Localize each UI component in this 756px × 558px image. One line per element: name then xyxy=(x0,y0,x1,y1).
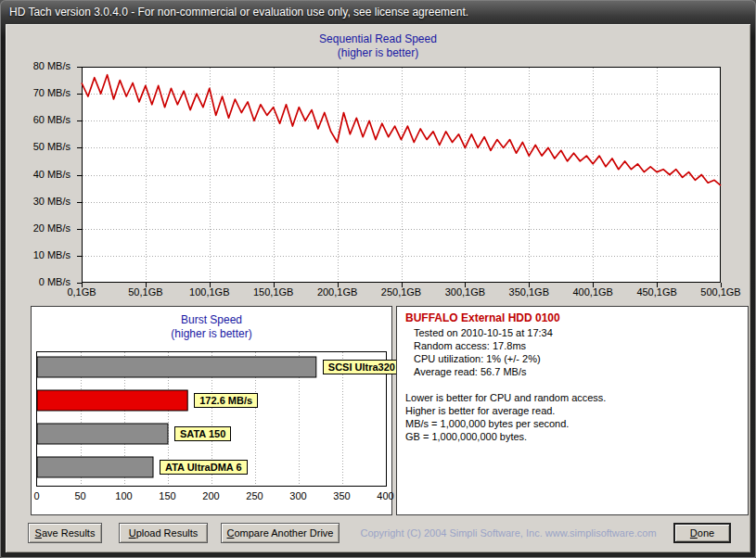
y-axis-label: 80 MB/s xyxy=(9,60,70,71)
bar-value-label: SATA 150 xyxy=(174,426,231,441)
window-title: HD Tach version 3.0.4.0 - For non-commer… xyxy=(9,6,468,19)
x-axis-label: 150,1GB xyxy=(246,286,301,298)
burst-bar xyxy=(37,357,316,377)
info-line-tested: Tested on 2010-10-15 at 17:34 xyxy=(405,326,739,339)
plot-area xyxy=(83,68,721,283)
info-line-note-2: Higher is better for average read. xyxy=(405,404,739,417)
info-line-blank xyxy=(405,378,739,391)
x-axis-label: 100,1GB xyxy=(182,286,237,298)
burst-speed-panel: Burst Speed (higher is better) SCSI Ultr… xyxy=(31,306,392,515)
burst-axis-label: 100 xyxy=(106,490,143,501)
y-axis-label: 10 MB/s xyxy=(9,249,70,260)
sequential-chart-title: Sequential Read Speed xyxy=(6,32,750,45)
burst-axis-label: 150 xyxy=(149,490,186,501)
x-axis-label: 350,1GB xyxy=(501,286,557,298)
save-results-button[interactable]: Save Results xyxy=(28,523,102,543)
burst-axis-label: 50 xyxy=(62,490,99,501)
titlebar[interactable]: HD Tach version 3.0.4.0 - For non-commer… xyxy=(0,0,756,24)
x-axis-label: 500,1GB xyxy=(693,286,749,298)
info-line-average-read: Average read: 56.7 MB/s xyxy=(405,365,739,378)
y-axis-label: 60 MB/s xyxy=(9,114,70,125)
info-line-note-1: Lower is better for CPU and random acces… xyxy=(405,391,739,404)
x-axis-label: 300,1GB xyxy=(437,286,493,298)
burst-chart-title: Burst Speed xyxy=(32,313,391,326)
burst-bar xyxy=(37,424,168,444)
y-axis-label: 30 MB/s xyxy=(9,196,70,207)
burst-axis-label: 350 xyxy=(324,490,361,501)
done-button[interactable]: Done xyxy=(673,523,731,543)
bar-value-label: SCSI Ultra320 xyxy=(323,360,401,374)
info-line-note-4: GB = 1,000,000,000 bytes. xyxy=(405,430,739,443)
burst-axis-label: 300 xyxy=(280,490,317,501)
sequential-chart-subtitle: (higher is better) xyxy=(6,46,750,59)
y-axis-label: 70 MB/s xyxy=(9,87,70,98)
y-axis-label: 20 MB/s xyxy=(9,222,70,234)
drive-info-panel: BUFFALO External HDD 0100 Tested on 2010… xyxy=(396,306,749,515)
y-axis-label: 40 MB/s xyxy=(9,169,70,180)
info-line-random-access: Random access: 17.8ms xyxy=(405,339,739,352)
burst-chart-subtitle: (higher is better) xyxy=(32,327,391,340)
burst-bar xyxy=(37,390,187,411)
info-line-cpu: CPU utilization: 1% (+/- 2%) xyxy=(405,352,739,365)
bar-value-label: ATA UltraDMA 6 xyxy=(160,460,248,475)
sequential-read-plot xyxy=(76,65,725,289)
burst-axis-label: 0 xyxy=(19,490,56,501)
y-axis-label: 50 MB/s xyxy=(9,141,70,152)
burst-axis-label: 250 xyxy=(237,490,274,501)
client-area: Sequential Read Speed (higher is better)… xyxy=(6,24,750,552)
drive-name: BUFFALO External HDD 0100 xyxy=(405,311,739,324)
bar-value-label: 172.6 MB/s xyxy=(194,393,258,408)
x-axis-label: 450,1GB xyxy=(629,286,685,298)
compare-another-drive-button[interactable]: Compare Another Drive xyxy=(221,523,340,543)
x-axis-label: 400,1GB xyxy=(565,286,621,298)
burst-bar xyxy=(37,457,153,477)
hd-tach-window: HD Tach version 3.0.4.0 - For non-commer… xyxy=(0,0,756,558)
footer: Save Results Upload Results Compare Anot… xyxy=(6,523,750,545)
x-axis-label: 250,1GB xyxy=(374,286,429,298)
copyright-text: Copyright (C) 2004 Simpli Software, Inc.… xyxy=(351,527,666,539)
upload-results-button[interactable]: Upload Results xyxy=(119,523,208,543)
burst-axis-label: 200 xyxy=(193,490,230,501)
x-axis-label: 0,1GB xyxy=(54,286,109,298)
x-axis-label: 50,1GB xyxy=(118,286,173,298)
info-line-note-3: MB/s = 1,000,000 bytes per second. xyxy=(405,417,739,430)
x-axis-label: 200,1GB xyxy=(310,286,365,298)
